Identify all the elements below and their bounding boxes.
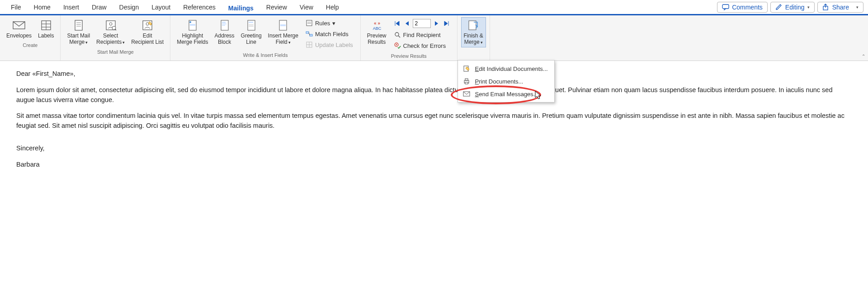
envelopes-label: Envelopes — [6, 33, 32, 39]
search-icon — [394, 31, 401, 38]
tab-design[interactable]: Design — [113, 0, 146, 14]
svg-rect-33 — [306, 32, 309, 33]
tab-insert[interactable]: Insert — [57, 0, 85, 14]
address-block-icon — [218, 19, 231, 32]
record-number-input[interactable] — [413, 19, 431, 28]
svg-rect-18 — [190, 24, 195, 26]
doc-paragraph-1: Lorem ipsum dolor sit amet, consectetur … — [16, 85, 852, 105]
comments-label: Comments — [732, 4, 763, 11]
mouse-cursor — [535, 91, 542, 100]
preview-results-button[interactable]: « »ABC Preview Results — [364, 17, 389, 47]
comments-button[interactable]: Comments — [717, 2, 768, 13]
share-button[interactable]: Share ▾ — [817, 2, 863, 13]
doc-signature: Barbara — [16, 160, 852, 170]
first-record-button[interactable] — [393, 19, 401, 28]
editing-mode-button[interactable]: Editing ▾ — [770, 2, 815, 13]
svg-rect-0 — [722, 5, 729, 9]
greeting-line-button[interactable]: Greeting Line — [238, 17, 264, 47]
group-create: Envelopes Labels Create — [0, 15, 61, 61]
last-record-button[interactable] — [443, 19, 451, 28]
doc-paragraph-2: Sit amet massa vitae tortor condimentum … — [16, 111, 852, 131]
select-recipients-button[interactable]: Select Recipients▾ — [94, 17, 127, 47]
envelopes-button[interactable]: Envelopes — [4, 17, 34, 41]
chevron-down-icon: ▾ — [807, 5, 810, 9]
document-icon — [72, 19, 85, 32]
finish-and-merge-button[interactable]: Finish & Merge▾ — [461, 17, 486, 47]
check-errors-icon — [394, 42, 401, 49]
group-label-start: Start Mail Merge — [97, 48, 134, 56]
svg-line-41 — [398, 36, 400, 37]
labels-button[interactable]: Labels — [35, 17, 57, 41]
share-icon — [822, 4, 830, 11]
svg-rect-34 — [310, 34, 312, 36]
highlight-merge-fields-button[interactable]: Highlight Merge Fields — [174, 17, 211, 47]
send-email-label: Send Email Messages... — [475, 91, 538, 98]
preview-results-label: Preview Results — [367, 33, 387, 46]
group-label-write: Write & Insert Fields — [243, 51, 288, 59]
group-label-preview: Preview Results — [391, 52, 427, 60]
finish-merge-icon — [467, 19, 480, 32]
svg-point-19 — [189, 21, 191, 23]
printer-icon — [462, 77, 471, 85]
tab-references[interactable]: References — [177, 0, 222, 14]
labels-icon — [40, 19, 52, 32]
collapse-ribbon-button[interactable]: ⌃ — [862, 54, 865, 59]
start-mail-merge-button[interactable]: Start Mail Merge▾ — [64, 17, 93, 47]
svg-rect-23 — [222, 25, 225, 26]
address-block-button[interactable]: Address Block — [212, 17, 237, 47]
envelope-icon — [13, 19, 25, 32]
chevron-down-icon: ▾ — [856, 5, 859, 9]
select-recipients-label: Select Recipients — [96, 33, 122, 45]
finish-merge-dropdown: Edit Individual Documents... Print Docum… — [458, 60, 555, 103]
match-fields-button[interactable]: Match Fields — [304, 29, 355, 39]
greeting-line-label: Greeting Line — [241, 33, 262, 46]
chevron-down-icon: ▾ — [481, 40, 483, 45]
highlight-fields-label: Highlight Merge Fields — [177, 33, 208, 46]
insert-merge-field-button[interactable]: Insert Merge Field▾ — [265, 17, 301, 47]
update-labels-icon — [306, 41, 313, 48]
insert-merge-field-label: Insert Merge Field — [268, 33, 298, 45]
check-for-errors-button[interactable]: Check for Errors — [392, 41, 452, 51]
pencil-icon — [775, 4, 783, 11]
rules-icon — [306, 19, 313, 27]
greeting-line-icon — [245, 19, 258, 32]
tab-file[interactable]: File — [5, 0, 28, 14]
svg-rect-21 — [222, 22, 226, 23]
next-record-button[interactable] — [433, 19, 441, 28]
svg-text:«  »: « » — [374, 21, 380, 26]
tab-mailings[interactable]: Mailings — [222, 2, 260, 15]
record-navigation — [392, 18, 452, 29]
chevron-down-icon: ▾ — [123, 40, 125, 45]
prev-record-button[interactable] — [403, 19, 411, 28]
match-fields-label: Match Fields — [315, 31, 349, 37]
tab-view[interactable]: View — [293, 0, 320, 14]
tab-layout[interactable]: Layout — [145, 0, 177, 14]
preview-results-icon: « »ABC — [370, 19, 383, 32]
group-start-mail-merge: Start Mail Merge▾ Select Recipients▾ Edi… — [61, 15, 170, 61]
svg-rect-47 — [465, 82, 468, 84]
edit-recipient-list-button[interactable]: Edit Recipient List — [128, 17, 166, 47]
recipients-icon — [104, 19, 117, 32]
email-icon — [462, 90, 471, 98]
group-label-create: Create — [23, 42, 38, 49]
print-docs-label: Print Documents... — [475, 78, 524, 85]
tab-review[interactable]: Review — [260, 0, 293, 14]
group-write-insert-fields: Highlight Merge Fields Address Block Gre… — [170, 15, 361, 61]
tab-home[interactable]: Home — [28, 0, 57, 14]
svg-rect-30 — [307, 20, 312, 26]
print-documents-item[interactable]: Print Documents... — [458, 75, 554, 88]
comment-icon — [722, 4, 729, 11]
group-preview-results: « »ABC Preview Results Find Recipient — [361, 15, 458, 61]
tab-help[interactable]: Help — [320, 0, 345, 14]
rules-button[interactable]: Rules▾ — [304, 18, 355, 28]
highlight-field-icon — [186, 19, 199, 32]
update-labels-label: Update Labels — [315, 42, 353, 48]
insert-merge-field-icon — [277, 19, 289, 32]
svg-text:ABC: ABC — [373, 26, 382, 31]
find-recipient-button[interactable]: Find Recipient — [392, 30, 452, 40]
tab-draw[interactable]: Draw — [85, 0, 113, 14]
group-finish: Finish & Merge▾ Finish Edit Individual D… — [458, 15, 490, 61]
update-labels-button: Update Labels — [304, 40, 355, 50]
edit-individual-documents-item[interactable]: Edit Individual Documents... — [458, 62, 554, 75]
chevron-down-icon: ▾ — [85, 40, 88, 45]
